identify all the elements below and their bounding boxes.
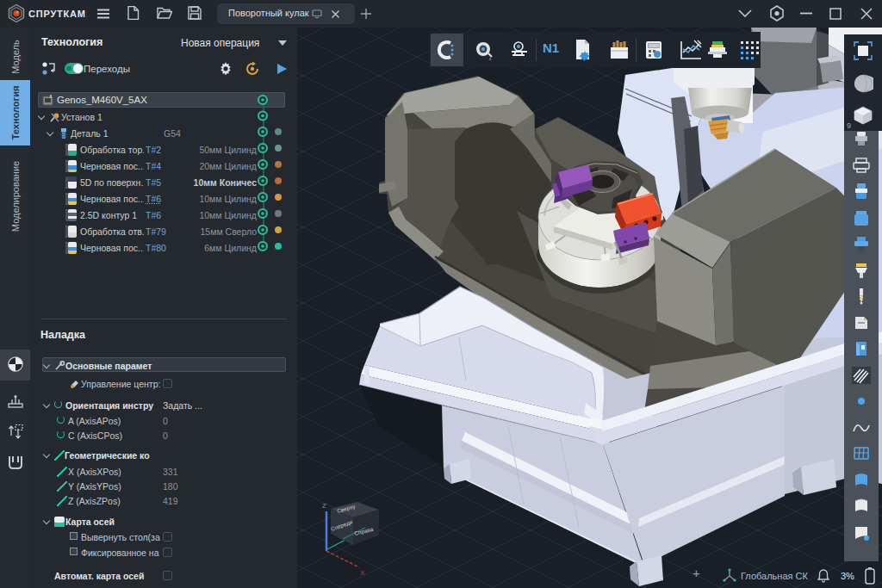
svg-text:₁: ₁ [489,54,492,60]
svg-text:X: X [360,569,365,577]
svg-text:Z: Z [322,502,326,510]
